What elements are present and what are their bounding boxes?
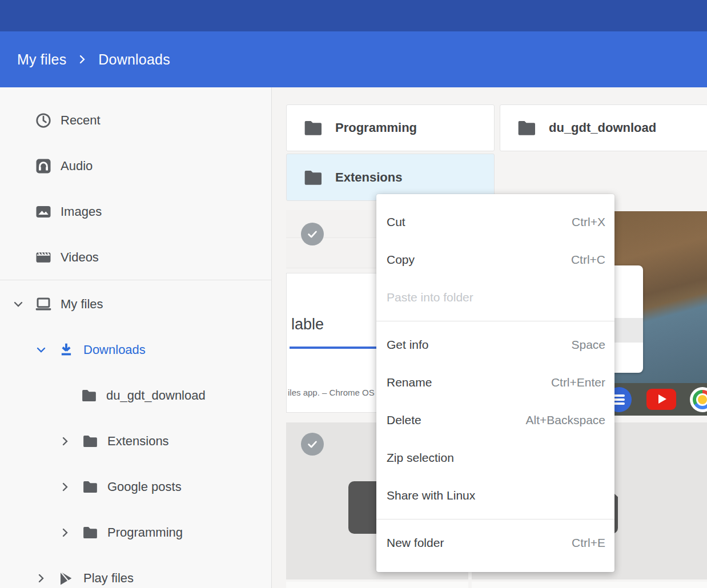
window-title-bar bbox=[0, 0, 707, 31]
menu-item-label: Get info bbox=[387, 338, 429, 352]
laptop-icon bbox=[34, 295, 53, 313]
thumbnail-caption-text: iles app. – Chrome OS bbox=[288, 388, 375, 397]
sidebar-item-label: Programming bbox=[107, 525, 183, 540]
file-tile-partial bbox=[286, 582, 468, 588]
menu-item-label: Rename bbox=[387, 376, 432, 389]
download-icon bbox=[57, 341, 75, 359]
chevron-right-icon[interactable] bbox=[59, 527, 71, 538]
sidebar-item-programming[interactable]: Programming bbox=[0, 510, 271, 555]
sidebar-item-google-posts[interactable]: Google posts bbox=[0, 464, 271, 510]
sidebar-item-label: Extensions bbox=[107, 434, 169, 449]
play-icon bbox=[57, 569, 75, 587]
menu-item-share-with-linux[interactable]: Share with Linux bbox=[376, 477, 614, 514]
chevron-right-icon[interactable] bbox=[59, 436, 71, 447]
videos-icon bbox=[34, 248, 53, 267]
folder-card-du-gdt-download[interactable]: du_gdt_download bbox=[500, 104, 707, 151]
sidebar-item-du-gdt-download[interactable]: du_gdt_download bbox=[0, 373, 271, 418]
sidebar-item-label: My files bbox=[61, 297, 103, 312]
sidebar-item-label: Recent bbox=[61, 113, 101, 128]
chevron-down-icon[interactable] bbox=[35, 344, 47, 356]
sidebar-item-videos[interactable]: Videos bbox=[0, 235, 271, 280]
menu-item-label: Paste into folder bbox=[387, 291, 473, 304]
folder-card-label: Extensions bbox=[335, 170, 402, 185]
selection-check-icon[interactable] bbox=[301, 433, 324, 456]
menu-item-paste-into-folder: Paste into folder bbox=[376, 279, 614, 316]
folder-card-label: du_gdt_download bbox=[549, 120, 656, 135]
youtube-icon bbox=[646, 389, 676, 410]
selection-check-icon[interactable] bbox=[301, 223, 324, 245]
sidebar-item-my-files[interactable]: My files bbox=[0, 281, 271, 327]
thumbnail-shelf-graphic bbox=[614, 383, 707, 416]
sidebar-item-images[interactable]: Images bbox=[0, 189, 271, 235]
sidebar-item-label: du_gdt_download bbox=[106, 388, 206, 403]
menu-item-shortcut: Ctrl+X bbox=[572, 215, 605, 229]
audio-icon bbox=[34, 157, 53, 175]
menu-item-get-info[interactable]: Get info Space bbox=[376, 326, 614, 364]
folder-icon bbox=[81, 523, 99, 542]
clock-icon bbox=[34, 111, 53, 130]
sidebar-item-label: Play files bbox=[83, 571, 134, 586]
sidebar-item-extensions[interactable]: Extensions bbox=[0, 418, 271, 464]
folder-icon bbox=[304, 120, 323, 136]
menu-item-label: Copy bbox=[387, 253, 415, 267]
menu-item-new-folder[interactable]: New folder Ctrl+E bbox=[376, 524, 614, 562]
folder-card-label: Programming bbox=[335, 120, 417, 135]
file-tile-partial bbox=[472, 582, 707, 588]
folder-icon bbox=[80, 386, 98, 405]
folder-icon bbox=[81, 432, 99, 450]
breadcrumb-my-files[interactable]: My files bbox=[17, 51, 66, 68]
sidebar-item-recent[interactable]: Recent bbox=[0, 98, 271, 143]
sidebar-item-label: Downloads bbox=[83, 343, 146, 357]
sidebar-item-label: Images bbox=[61, 204, 102, 219]
thumbnail-menu-graphic bbox=[614, 265, 643, 373]
breadcrumb-bar: My files Downloads bbox=[0, 31, 707, 87]
sidebar-item-label: Videos bbox=[61, 250, 99, 265]
menu-divider bbox=[376, 321, 614, 321]
chevron-down-icon[interactable] bbox=[13, 299, 24, 310]
sidebar-item-label: Audio bbox=[61, 159, 93, 174]
chevron-right-icon[interactable] bbox=[35, 573, 47, 584]
menu-item-label: Cut bbox=[387, 215, 405, 229]
menu-item-copy[interactable]: Copy Ctrl+C bbox=[376, 241, 614, 279]
file-tile-screenshot-b[interactable] bbox=[614, 211, 707, 416]
menu-item-shortcut: Ctrl+Enter bbox=[551, 376, 605, 389]
menu-item-cut[interactable]: Cut Ctrl+X bbox=[376, 203, 614, 241]
sidebar-divider bbox=[0, 280, 271, 280]
menu-item-label: Zip selection bbox=[387, 451, 454, 465]
sidebar-item-label: Google posts bbox=[107, 480, 182, 494]
folder-card-programming[interactable]: Programming bbox=[286, 104, 495, 151]
chrome-icon bbox=[690, 387, 707, 412]
sidebar-item-audio[interactable]: Audio bbox=[0, 143, 271, 189]
images-icon bbox=[34, 203, 53, 221]
menu-item-shortcut: Ctrl+E bbox=[572, 536, 605, 550]
menu-item-shortcut: Alt+Backspace bbox=[526, 413, 606, 427]
menu-item-label: New folder bbox=[387, 536, 444, 550]
chevron-right-icon bbox=[78, 55, 87, 64]
sidebar: Recent Audio Images Videos My files bbox=[0, 87, 272, 588]
menu-item-shortcut: Ctrl+C bbox=[571, 253, 605, 267]
breadcrumb-downloads[interactable]: Downloads bbox=[98, 51, 170, 68]
sidebar-item-play-files[interactable]: Play files bbox=[0, 555, 271, 588]
folder-icon bbox=[304, 170, 323, 186]
messages-icon bbox=[614, 387, 632, 412]
context-menu: Cut Ctrl+X Copy Ctrl+C Paste into folder… bbox=[376, 194, 614, 572]
menu-item-rename[interactable]: Rename Ctrl+Enter bbox=[376, 364, 614, 401]
menu-divider bbox=[376, 519, 614, 519]
folder-icon bbox=[518, 120, 536, 136]
menu-item-zip-selection[interactable]: Zip selection bbox=[376, 439, 614, 477]
menu-item-shortcut: Space bbox=[571, 338, 605, 352]
menu-item-label: Share with Linux bbox=[387, 489, 475, 502]
sidebar-item-downloads[interactable]: Downloads bbox=[0, 327, 271, 373]
folder-icon bbox=[81, 478, 99, 496]
thumbnail-tab-text: lable bbox=[291, 316, 324, 333]
menu-item-delete[interactable]: Delete Alt+Backspace bbox=[376, 401, 614, 439]
menu-item-label: Delete bbox=[387, 413, 421, 427]
chevron-right-icon[interactable] bbox=[59, 481, 71, 493]
